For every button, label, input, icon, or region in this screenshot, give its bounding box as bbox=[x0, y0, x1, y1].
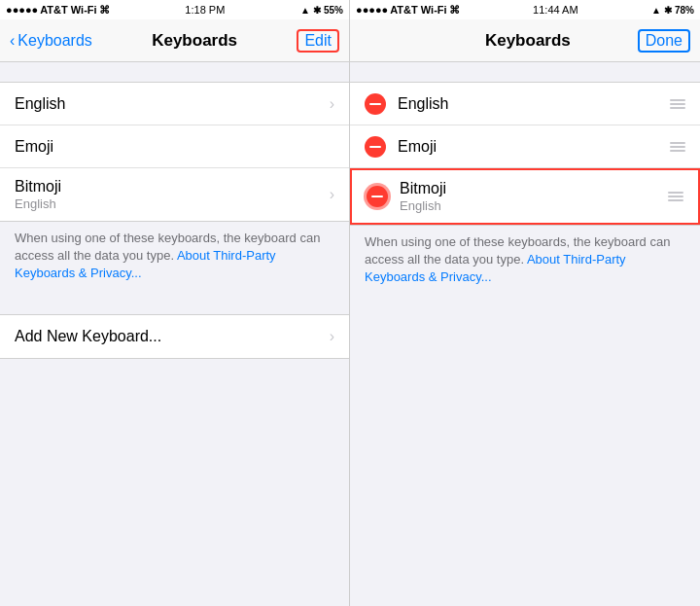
bitmoji-reorder-icon[interactable] bbox=[668, 192, 683, 201]
bitmoji-text-2: Bitmoji English bbox=[400, 180, 660, 213]
emoji-text-1: Emoji bbox=[15, 138, 334, 156]
english-chevron-1: › bbox=[330, 95, 334, 113]
bitmoji-subtitle-1: English bbox=[15, 196, 322, 211]
carrier-1: AT&T Wi-Fi bbox=[40, 4, 96, 16]
status-bar-2: ●●●●● AT&T Wi-Fi ⌘ 11:44 AM ▲ ✱ 78% bbox=[350, 0, 700, 19]
edit-button[interactable]: Edit bbox=[297, 29, 339, 53]
signal-dots-1: ●●●●● bbox=[6, 4, 38, 16]
back-label-1: Keyboards bbox=[18, 32, 92, 50]
add-keyboard-text: Add New Keyboard... bbox=[15, 328, 322, 345]
english-delete-btn[interactable] bbox=[365, 93, 386, 115]
wifi-icon-2: ⌘ bbox=[449, 4, 460, 17]
info-text-1: When using one of these keyboards, the k… bbox=[0, 222, 349, 295]
emoji-item-2[interactable]: Emoji bbox=[350, 125, 700, 168]
emoji-title-2: Emoji bbox=[398, 138, 662, 156]
english-text-1: English bbox=[15, 95, 322, 113]
bluetooth-icon-2: ✱ bbox=[664, 5, 672, 16]
back-chevron-1: ‹ bbox=[10, 32, 15, 50]
panel-1: ●●●●● AT&T Wi-Fi ⌘ 1:18 PM ▲ ✱ 55% ‹ Key… bbox=[0, 0, 350, 606]
status-bar-1: ●●●●● AT&T Wi-Fi ⌘ 1:18 PM ▲ ✱ 55% bbox=[0, 0, 349, 19]
bitmoji-delete-btn[interactable] bbox=[367, 186, 388, 207]
nav-title-2: Keyboards bbox=[485, 31, 571, 51]
add-keyboard-chevron: › bbox=[330, 328, 334, 345]
keyboard-list-1: English › Emoji Bitmoji English › bbox=[0, 82, 349, 222]
status-bar-right-1: ▲ ✱ 55% bbox=[300, 5, 343, 16]
emoji-text-2: Emoji bbox=[398, 138, 662, 156]
bitmoji-text-1: Bitmoji English bbox=[15, 178, 322, 211]
add-keyboard-title: Add New Keyboard... bbox=[15, 328, 322, 345]
status-bar-right-2: ▲ ✱ 78% bbox=[651, 5, 694, 16]
battery-1: 55% bbox=[324, 5, 343, 16]
bitmoji-chevron-1: › bbox=[330, 186, 334, 203]
emoji-title-1: Emoji bbox=[15, 138, 334, 156]
bitmoji-item-2[interactable]: Bitmoji English bbox=[350, 168, 700, 225]
location-icon-2: ▲ bbox=[651, 5, 661, 16]
panel-2: ●●●●● AT&T Wi-Fi ⌘ 11:44 AM ▲ ✱ 78% Keyb… bbox=[350, 0, 700, 606]
english-text-2: English bbox=[398, 95, 662, 113]
bitmoji-title-2: Bitmoji bbox=[400, 180, 660, 197]
add-keyboard-item[interactable]: Add New Keyboard... › bbox=[0, 315, 349, 358]
back-button-1[interactable]: ‹ Keyboards bbox=[10, 32, 92, 50]
bitmoji-item-1[interactable]: Bitmoji English › bbox=[0, 168, 349, 221]
wifi-icon-1: ⌘ bbox=[99, 4, 110, 17]
english-item-2[interactable]: English bbox=[350, 83, 700, 125]
signal-dots-2: ●●●●● bbox=[356, 4, 388, 16]
english-item-1[interactable]: English › bbox=[0, 83, 349, 125]
english-title-1: English bbox=[15, 95, 322, 113]
emoji-item-1[interactable]: Emoji bbox=[0, 125, 349, 168]
emoji-delete-btn[interactable] bbox=[365, 136, 386, 158]
done-button[interactable]: Done bbox=[638, 29, 690, 53]
english-title-2: English bbox=[398, 95, 662, 113]
emoji-reorder-icon[interactable] bbox=[670, 142, 685, 152]
carrier-2: AT&T Wi-Fi bbox=[390, 4, 446, 16]
nav-bar-1: ‹ Keyboards Keyboards Edit bbox=[0, 19, 349, 62]
english-reorder-icon[interactable] bbox=[670, 99, 685, 109]
bitmoji-title-1: Bitmoji bbox=[15, 178, 322, 196]
battery-2: 78% bbox=[675, 5, 694, 16]
info-text-2: When using one of these keyboards, the k… bbox=[350, 226, 700, 299]
bluetooth-icon-1: ✱ bbox=[313, 5, 321, 16]
keyboard-list-2: English Emoji Bitmoji bbox=[350, 82, 700, 226]
nav-title-1: Keyboards bbox=[152, 31, 237, 51]
status-bar-left-1: ●●●●● AT&T Wi-Fi ⌘ bbox=[6, 4, 110, 17]
nav-bar-2: Keyboards Done bbox=[350, 19, 700, 62]
time-1: 1:18 PM bbox=[185, 4, 225, 16]
time-2: 11:44 AM bbox=[533, 4, 578, 16]
bitmoji-subtitle-2: English bbox=[400, 198, 660, 213]
add-keyboard-section: Add New Keyboard... › bbox=[0, 314, 349, 359]
status-bar-left-2: ●●●●● AT&T Wi-Fi ⌘ bbox=[356, 4, 460, 17]
location-icon-1: ▲ bbox=[300, 5, 310, 16]
